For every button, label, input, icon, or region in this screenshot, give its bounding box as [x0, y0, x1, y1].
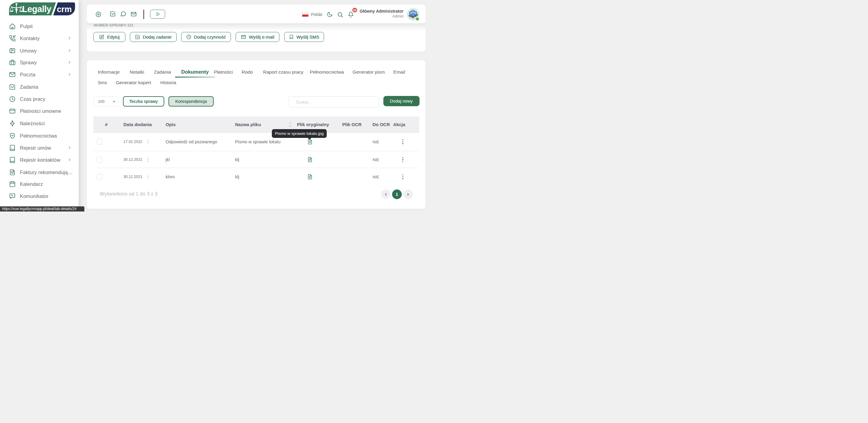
svg-text:Legally: Legally: [22, 4, 52, 14]
svg-text:crm: crm: [57, 5, 72, 14]
